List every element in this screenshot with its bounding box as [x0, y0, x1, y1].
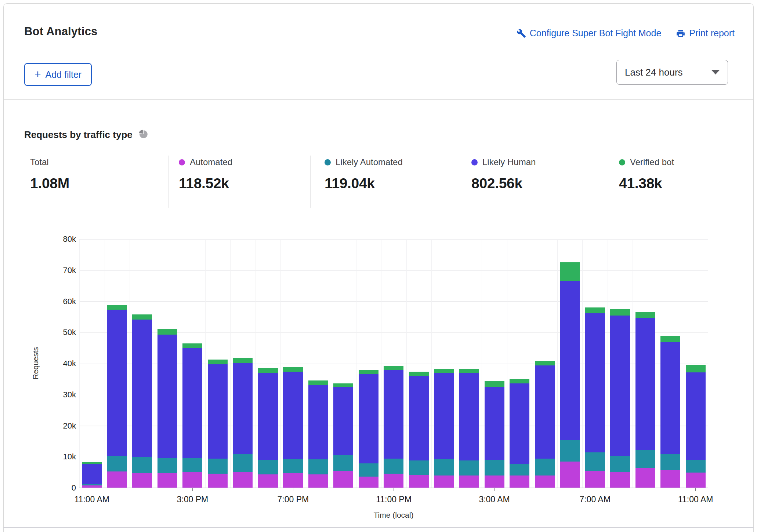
time-range-select[interactable]: Last 24 hours — [616, 60, 728, 85]
bar-segment-likely-human[interactable] — [233, 363, 253, 454]
bar-segment-likely-automated[interactable] — [686, 460, 706, 473]
configure-super-bot-fight-mode-link[interactable]: Configure Super Bot Fight Mode — [517, 28, 662, 39]
bar-segment-likely-automated[interactable] — [283, 459, 303, 473]
bar-segment-verified-bot[interactable] — [107, 305, 127, 310]
bar-segment-likely-human[interactable] — [359, 374, 378, 463]
stacked-bar[interactable] — [384, 366, 403, 488]
stacked-bar[interactable] — [182, 343, 202, 488]
stacked-bar[interactable] — [308, 380, 328, 488]
bar-segment-automated[interactable] — [157, 473, 177, 488]
bar-segment-verified-bot[interactable] — [610, 309, 630, 316]
bar-slot[interactable] — [105, 239, 130, 488]
bar-segment-likely-automated[interactable] — [535, 459, 555, 475]
bar-segment-likely-human[interactable] — [660, 342, 680, 454]
stacked-bar[interactable] — [409, 372, 429, 488]
stacked-bar[interactable] — [359, 370, 378, 488]
stacked-bar[interactable] — [333, 383, 353, 488]
bar-segment-automated[interactable] — [359, 477, 378, 488]
bar-segment-automated[interactable] — [485, 475, 504, 488]
bar-segment-likely-human[interactable] — [107, 310, 127, 455]
bar-segment-likely-automated[interactable] — [660, 454, 680, 470]
bar-slot[interactable] — [331, 239, 356, 488]
stacked-bar[interactable] — [82, 462, 102, 488]
bar-segment-likely-automated[interactable] — [434, 459, 454, 475]
bar-segment-verified-bot[interactable] — [686, 365, 706, 372]
bar-segment-likely-automated[interactable] — [182, 458, 202, 473]
bar-slot[interactable] — [280, 239, 306, 488]
bar-segment-verified-bot[interactable] — [485, 381, 504, 387]
bar-segment-verified-bot[interactable] — [660, 336, 680, 342]
stacked-bar[interactable] — [459, 369, 479, 488]
bar-segment-likely-human[interactable] — [308, 385, 328, 459]
bar-segment-likely-human[interactable] — [258, 373, 278, 460]
bar-segment-automated[interactable] — [535, 475, 555, 488]
bar-segment-likely-automated[interactable] — [409, 460, 429, 475]
bar-slot[interactable] — [683, 239, 708, 488]
stacked-bar[interactable] — [535, 361, 555, 488]
bar-segment-automated[interactable] — [610, 472, 630, 488]
bar-segment-likely-automated[interactable] — [107, 456, 127, 471]
bar-segment-likely-human[interactable] — [384, 370, 403, 459]
bar-slot[interactable] — [557, 239, 583, 488]
stacked-bar[interactable] — [660, 336, 680, 488]
bar-segment-verified-bot[interactable] — [585, 307, 605, 313]
bar-segment-likely-human[interactable] — [208, 364, 228, 459]
bar-segment-likely-human[interactable] — [333, 387, 353, 455]
bar-segment-likely-automated[interactable] — [208, 459, 228, 474]
bar-segment-likely-human[interactable] — [434, 373, 454, 459]
bar-slot[interactable] — [482, 239, 507, 488]
bar-slot[interactable] — [381, 239, 406, 488]
bar-segment-likely-automated[interactable] — [459, 460, 479, 475]
bar-segment-verified-bot[interactable] — [384, 366, 403, 370]
bar-segment-likely-human[interactable] — [459, 373, 479, 460]
bar-segment-likely-automated[interactable] — [333, 455, 353, 471]
bar-segment-automated[interactable] — [459, 475, 479, 488]
bar-segment-likely-automated[interactable] — [485, 460, 504, 475]
stacked-bar[interactable] — [635, 312, 655, 488]
bar-segment-verified-bot[interactable] — [308, 380, 328, 385]
bar-slot[interactable] — [582, 239, 608, 488]
stacked-bar[interactable] — [434, 369, 454, 488]
bar-segment-likely-human[interactable] — [182, 348, 202, 458]
bar-segment-automated[interactable] — [434, 475, 454, 488]
stacked-bar[interactable] — [560, 262, 580, 488]
bar-segment-verified-bot[interactable] — [510, 379, 529, 383]
bar-segment-likely-human[interactable] — [635, 318, 655, 449]
bar-segment-automated[interactable] — [510, 475, 529, 488]
stacked-bar[interactable] — [510, 379, 529, 488]
bar-segment-automated[interactable] — [107, 471, 127, 488]
stacked-bar[interactable] — [485, 381, 504, 488]
bar-segment-likely-human[interactable] — [485, 387, 504, 459]
bar-segment-likely-automated[interactable] — [157, 458, 177, 473]
bar-segment-verified-bot[interactable] — [409, 372, 429, 376]
bar-slot[interactable] — [205, 239, 231, 488]
bar-slot[interactable] — [356, 239, 381, 488]
bar-slot[interactable] — [180, 239, 205, 488]
bar-segment-automated[interactable] — [283, 473, 303, 488]
bar-segment-likely-human[interactable] — [510, 383, 529, 464]
bar-segment-likely-human[interactable] — [535, 365, 555, 459]
bar-slot[interactable] — [256, 239, 281, 488]
bar-slot[interactable] — [406, 239, 432, 488]
bar-segment-likely-human[interactable] — [82, 464, 102, 484]
bar-slot[interactable] — [79, 239, 105, 488]
print-report-link[interactable]: Print report — [676, 28, 735, 39]
bar-segment-likely-automated[interactable] — [384, 459, 403, 474]
bar-segment-verified-bot[interactable] — [157, 329, 177, 335]
bar-segment-likely-human[interactable] — [283, 372, 303, 459]
bar-segment-automated[interactable] — [82, 485, 102, 488]
bar-segment-verified-bot[interactable] — [359, 370, 378, 374]
bar-segment-automated[interactable] — [308, 474, 328, 488]
bar-segment-likely-automated[interactable] — [258, 460, 278, 474]
bar-slot[interactable] — [130, 239, 155, 488]
bar-slot[interactable] — [507, 239, 532, 488]
bar-segment-automated[interactable] — [635, 468, 655, 488]
bar-segment-verified-bot[interactable] — [635, 312, 655, 318]
bar-slot[interactable] — [155, 239, 180, 488]
bar-segment-likely-automated[interactable] — [510, 464, 529, 475]
bar-segment-automated[interactable] — [384, 474, 403, 488]
bar-segment-likely-human[interactable] — [610, 316, 630, 456]
bar-segment-automated[interactable] — [409, 475, 429, 488]
bar-slot[interactable] — [457, 239, 482, 488]
stacked-bar[interactable] — [157, 329, 177, 488]
